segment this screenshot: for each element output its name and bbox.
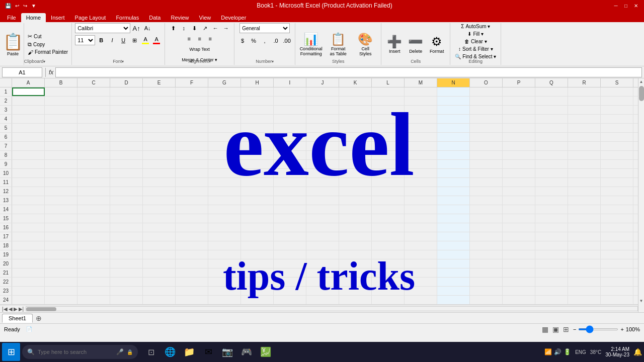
cell-O10[interactable] bbox=[470, 169, 503, 177]
cell-K1[interactable] bbox=[339, 87, 372, 96]
cell-D5[interactable] bbox=[110, 124, 143, 132]
cell-A22[interactable] bbox=[12, 278, 45, 286]
cell-styles-btn[interactable]: 🎨 CellStyles bbox=[353, 31, 378, 57]
cell-C7[interactable] bbox=[77, 142, 110, 150]
cell-D23[interactable] bbox=[110, 287, 143, 295]
cell-P6[interactable] bbox=[503, 133, 535, 141]
cell-D13[interactable] bbox=[110, 196, 143, 205]
cell-K23[interactable] bbox=[339, 287, 372, 295]
cell-F9[interactable] bbox=[176, 160, 208, 168]
cell-J18[interactable] bbox=[306, 241, 339, 250]
cell-D15[interactable] bbox=[110, 214, 143, 223]
col-header-D[interactable]: D bbox=[110, 78, 143, 87]
cell-G2[interactable] bbox=[208, 97, 241, 105]
redo-quick-btn[interactable]: ↪ bbox=[22, 3, 28, 9]
cell-R10[interactable] bbox=[568, 169, 601, 177]
col-header-A[interactable]: A bbox=[12, 78, 45, 87]
cell-L4[interactable] bbox=[372, 115, 405, 123]
cell-O3[interactable] bbox=[470, 106, 503, 114]
cell-A10[interactable] bbox=[12, 169, 45, 177]
cell-N7[interactable] bbox=[437, 142, 470, 150]
cell-C4[interactable] bbox=[77, 115, 110, 123]
decrease-font-btn[interactable]: A↓ bbox=[142, 23, 152, 33]
italic-button[interactable]: I bbox=[107, 35, 117, 45]
cell-F15[interactable] bbox=[176, 214, 208, 223]
cell-G8[interactable] bbox=[208, 151, 241, 159]
cell-O14[interactable] bbox=[470, 205, 503, 214]
cell-E12[interactable] bbox=[143, 187, 176, 196]
cell-S24[interactable] bbox=[601, 296, 633, 304]
cell-S3[interactable] bbox=[601, 106, 633, 114]
cell-H1[interactable] bbox=[241, 87, 274, 96]
cell-J15[interactable] bbox=[306, 214, 339, 223]
cell-R3[interactable] bbox=[568, 106, 601, 114]
cell-C18[interactable] bbox=[77, 241, 110, 250]
cell-G15[interactable] bbox=[208, 214, 241, 223]
cell-H19[interactable] bbox=[241, 250, 274, 259]
cell-L24[interactable] bbox=[372, 296, 405, 304]
indent-decrease-btn[interactable]: ← bbox=[210, 23, 220, 33]
cell-L21[interactable] bbox=[372, 268, 405, 277]
row-num-4[interactable]: 4 bbox=[0, 115, 12, 123]
cell-C14[interactable] bbox=[77, 205, 110, 214]
cell-N20[interactable] bbox=[437, 259, 470, 268]
cell-C17[interactable] bbox=[77, 232, 110, 241]
row-num-1[interactable]: 1 bbox=[0, 87, 12, 96]
cell-E20[interactable] bbox=[143, 259, 176, 268]
minimize-btn[interactable]: ─ bbox=[612, 2, 620, 10]
cell-B5[interactable] bbox=[45, 124, 77, 132]
cell-D11[interactable] bbox=[110, 178, 143, 187]
cell-G18[interactable] bbox=[208, 241, 241, 250]
cell-N2[interactable] bbox=[437, 97, 470, 105]
cell-D21[interactable] bbox=[110, 268, 143, 277]
row-num-5[interactable]: 5 bbox=[0, 124, 12, 132]
cell-I16[interactable] bbox=[274, 223, 306, 232]
cell-D9[interactable] bbox=[110, 160, 143, 168]
col-header-R[interactable]: R bbox=[568, 78, 601, 87]
cell-O21[interactable] bbox=[470, 268, 503, 277]
cell-Q8[interactable] bbox=[535, 151, 568, 159]
cell-H2[interactable] bbox=[241, 97, 274, 105]
cell-E10[interactable] bbox=[143, 169, 176, 177]
cell-H6[interactable] bbox=[241, 133, 274, 141]
cell-E9[interactable] bbox=[143, 160, 176, 168]
taskbar-search-input[interactable] bbox=[38, 349, 113, 355]
explorer-btn[interactable]: 📁 bbox=[180, 343, 198, 361]
cell-L16[interactable] bbox=[372, 223, 405, 232]
cell-J10[interactable] bbox=[306, 169, 339, 177]
conditional-formatting-btn[interactable]: 📊 ConditionalFormatting bbox=[298, 31, 324, 57]
cell-R17[interactable] bbox=[568, 232, 601, 241]
cell-S20[interactable] bbox=[601, 259, 633, 268]
cell-M17[interactable] bbox=[405, 232, 437, 241]
cell-Q9[interactable] bbox=[535, 160, 568, 168]
cell-C3[interactable] bbox=[77, 106, 110, 114]
copy-button[interactable]: ⧉ Copy bbox=[26, 41, 69, 48]
cell-J11[interactable] bbox=[306, 178, 339, 187]
cell-M8[interactable] bbox=[405, 151, 437, 159]
cell-G7[interactable] bbox=[208, 142, 241, 150]
cell-I8[interactable] bbox=[274, 151, 306, 159]
cell-D14[interactable] bbox=[110, 205, 143, 214]
bold-button[interactable]: B bbox=[96, 35, 106, 45]
cell-L11[interactable] bbox=[372, 178, 405, 187]
cell-S22[interactable] bbox=[601, 278, 633, 286]
cell-A3[interactable] bbox=[12, 106, 45, 114]
cell-B11[interactable] bbox=[45, 178, 77, 187]
row-num-10[interactable]: 10 bbox=[0, 169, 12, 177]
cell-O11[interactable] bbox=[470, 178, 503, 187]
cell-S23[interactable] bbox=[601, 287, 633, 295]
cell-C20[interactable] bbox=[77, 259, 110, 268]
fill-color-button[interactable]: A bbox=[140, 35, 150, 45]
cell-M9[interactable] bbox=[405, 160, 437, 168]
currency-btn[interactable]: $ bbox=[237, 36, 248, 46]
cell-P9[interactable] bbox=[503, 160, 535, 168]
cell-I10[interactable] bbox=[274, 169, 306, 177]
cell-Q22[interactable] bbox=[535, 278, 568, 286]
cell-I2[interactable] bbox=[274, 97, 306, 105]
col-header-G[interactable]: G bbox=[208, 78, 241, 87]
cell-K9[interactable] bbox=[339, 160, 372, 168]
cell-Q23[interactable] bbox=[535, 287, 568, 295]
cell-J14[interactable] bbox=[306, 205, 339, 214]
cell-C23[interactable] bbox=[77, 287, 110, 295]
cell-K11[interactable] bbox=[339, 178, 372, 187]
